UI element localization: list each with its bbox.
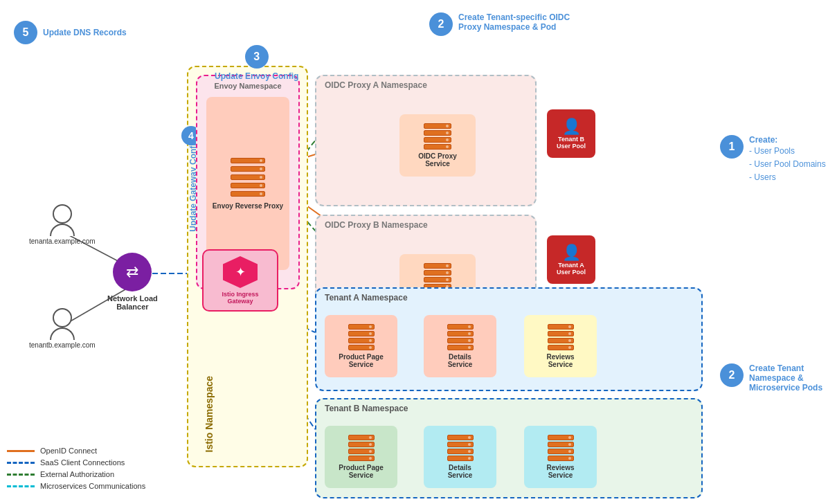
legend: OpenID Connect SaaS Client Connections E…	[7, 447, 145, 490]
step5-label: Update DNS Records	[43, 28, 127, 37]
step2-top-label: Create Tenant-specific OIDCProxy Namespa…	[458, 12, 570, 32]
legend-openid-line	[7, 450, 35, 452]
step2-bot-circle: 2	[720, 363, 744, 387]
tenant-b-pool-label: Tenant BUser Pool	[557, 136, 586, 150]
step3-circle: 3	[245, 45, 269, 69]
step2-top-circle: 2	[429, 12, 453, 36]
legend-ms-line	[7, 485, 35, 487]
step1-create-label: Create:	[749, 135, 826, 145]
istio-gateway-box: ✦ Istio IngressGateway	[202, 249, 278, 312]
legend-saas-text: SaaS Client Connections	[40, 458, 125, 467]
step1-circle: 1	[720, 135, 744, 159]
envoy-server-icon	[231, 158, 265, 197]
step5-group: 5 Update DNS Records	[14, 21, 127, 44]
step5-circle: 5	[14, 21, 37, 44]
tenant-a-ns-title: Tenant A Namespace	[325, 293, 408, 303]
user2-head	[53, 308, 72, 327]
nlb-label: Network LoadBalancer	[107, 294, 158, 311]
legend-extauth-text: External Authorization	[40, 470, 114, 478]
user2-body	[50, 327, 75, 340]
gateway-label: Istio IngressGateway	[222, 291, 258, 305]
envoy-proxy-label: Envoy Reverse Proxy	[213, 202, 283, 210]
user1-body	[50, 224, 75, 236]
tenant-b-ns-title: Tenant B Namespace	[325, 404, 408, 413]
ta-reviews-icon	[548, 324, 574, 350]
envoy-ns-title: Envoy Namespace	[214, 82, 281, 90]
diagram-container: 5 Update DNS Records tenanta.example.com…	[0, 0, 828, 504]
tb-reviews-label: ReviewsService	[546, 464, 574, 479]
step2-top-group: 2 Create Tenant-specific OIDCProxy Names…	[429, 12, 570, 36]
step1-group: 1 Create: - User Pools- User Pool Domain…	[720, 135, 826, 185]
legend-extauth-line	[7, 474, 35, 476]
oidc-a-server-icon	[424, 123, 451, 150]
istio-ns-label: Istio Namespace	[204, 376, 215, 453]
oidc-proxy-a-label: OIDC ProxyService	[418, 152, 457, 168]
tenant-a-namespace-box: Tenant A Namespace Product PageService D…	[315, 287, 703, 391]
tenant-a-pool-icon: 👤	[562, 244, 581, 262]
ta-details-label: DetailsService	[448, 353, 473, 368]
tb-product-icon	[348, 435, 375, 461]
oidc-a-ns-title: OIDC Proxy A Namespace	[325, 80, 427, 90]
legend-extauth: External Authorization	[7, 470, 145, 478]
ta-details-icon	[447, 324, 474, 350]
user1-label: tenanta.example.com	[29, 237, 96, 245]
legend-microservices: Microservices Communications	[7, 482, 145, 490]
tenant-a-details-box: DetailsService	[424, 315, 496, 377]
istio-hexagon: ✦	[223, 256, 258, 288]
oidc-proxy-a-namespace-box: OIDC Proxy A Namespace OIDC ProxyService	[315, 75, 537, 206]
tenant-b-namespace-box: Tenant B Namespace Product PageService D…	[315, 398, 703, 498]
ta-product-label: Product PageService	[339, 353, 383, 368]
tb-product-label: Product PageService	[339, 464, 383, 479]
tenant-b-reviews-box: ReviewsService	[524, 426, 597, 488]
tenant-b-details-box: DetailsService	[424, 426, 496, 488]
legend-ms-text: Microservices Communications	[40, 482, 145, 490]
tenant-a-product-box: Product PageService	[325, 315, 397, 377]
step3-label: Update Envoy Config	[215, 71, 298, 81]
user2-icon: tenantb.example.com	[29, 308, 96, 349]
nlb-icon: ⇄	[113, 253, 152, 291]
tb-reviews-icon	[548, 435, 574, 461]
tenant-a-pool-label: Tenant AUser Pool	[557, 262, 586, 276]
legend-saas: SaaS Client Connections	[7, 458, 145, 467]
ta-product-icon	[348, 324, 375, 350]
tenant-b-pool-box: 👤 Tenant BUser Pool	[547, 109, 595, 158]
step2-bot-group: 2 Create TenantNamespace &Microservice P…	[720, 363, 822, 393]
user2-label: tenantb.example.com	[29, 341, 96, 349]
step3-group: 3 Update Envoy Config	[215, 45, 298, 81]
oidc-b-ns-title: OIDC Proxy B Namespace	[325, 220, 428, 230]
tb-details-label: DetailsService	[448, 464, 473, 479]
tb-details-icon	[447, 435, 474, 461]
tenant-a-reviews-box: ReviewsService	[524, 315, 597, 377]
tenant-a-pool-box: 👤 Tenant AUser Pool	[547, 235, 595, 284]
nlb-box: ⇄ Network LoadBalancer	[107, 253, 158, 311]
user1-head	[53, 204, 72, 224]
oidc-b-server-icon	[424, 263, 451, 289]
legend-openid: OpenID Connect	[7, 447, 145, 455]
step2-bot-label: Create TenantNamespace &Microservice Pod…	[749, 363, 822, 393]
user1-icon: tenanta.example.com	[29, 204, 96, 245]
tenant-b-product-box: Product PageService	[325, 426, 397, 488]
tenant-b-pool-icon: 👤	[562, 118, 581, 136]
ta-reviews-label: ReviewsService	[546, 353, 574, 368]
legend-saas-line	[7, 462, 35, 464]
legend-openid-text: OpenID Connect	[40, 447, 97, 455]
step1-items: - User Pools- User Pool Domains- Users	[749, 145, 826, 185]
oidc-proxy-a-service-box: OIDC ProxyService	[399, 114, 476, 177]
envoy-inner-box: Envoy Reverse Proxy	[206, 97, 289, 270]
